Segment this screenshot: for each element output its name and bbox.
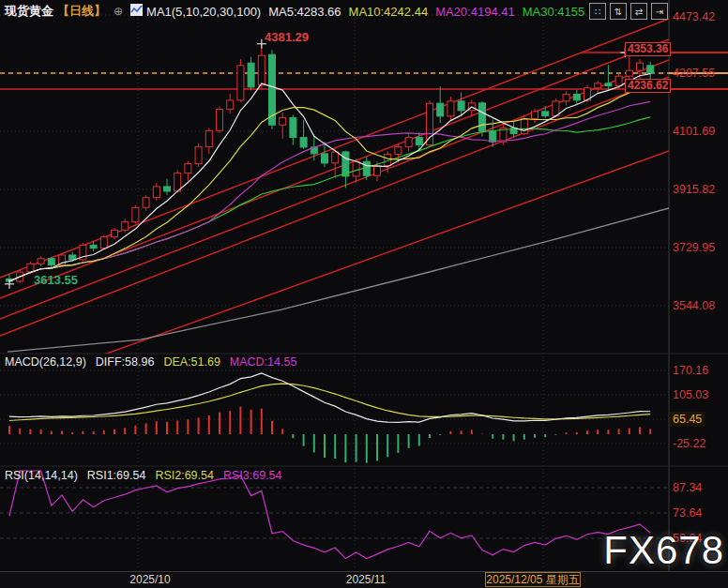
rsi-line (9, 471, 650, 559)
axis-tick-label: 4101.69 (673, 125, 715, 138)
axis-tick-label: 3915.82 (673, 183, 715, 196)
ma5-value: MA5:4283.66 (268, 5, 341, 19)
price-line-label-high[interactable]: 4353.36 (625, 42, 671, 56)
macd-title: MACD(26,12,9) (5, 355, 86, 369)
chart-toolbar: ∷ ⇅ ⇄ ⇥ (589, 3, 668, 20)
price-line-label-support[interactable]: 4236.62 (625, 79, 671, 93)
macd-diff-line (9, 373, 650, 422)
ma100-line (8, 208, 669, 352)
macd-panel-header: MACD(26,12,9) DIFF:58.96 DEA:51.69 MACD:… (5, 355, 296, 369)
axis-tick-label: 87.34 (673, 481, 702, 494)
rsi3-value: RSI3:69.54 (223, 469, 282, 482)
fx678-watermark: FX678 (603, 528, 724, 573)
macd-axis-badge: 65.45 (670, 412, 705, 427)
trend-channel-lines[interactable] (0, 19, 669, 392)
axis-zoom-horizontal-icon[interactable]: ⇄ (630, 3, 647, 20)
time-label-november: 2025/11 (336, 573, 396, 586)
axis-tick-label: 73.64 (673, 506, 702, 520)
add-indicator-icon[interactable]: ⊕ (114, 5, 123, 18)
axis-tick-label: 170.16 (673, 364, 708, 377)
macd-diff-value: DIFF:58.96 (96, 355, 155, 369)
axis-zoom-vertical-icon[interactable]: ⇅ (610, 3, 627, 20)
chart-type-icon[interactable] (130, 4, 143, 19)
chart-window: 4473.424287.554101.693915.823729.953544.… (0, 0, 728, 588)
chart-header: 现货黄金 【日线】 ⊕ MA1(5,10,20,30,100) MA5:4283… (5, 3, 584, 20)
ma20-value: MA20:4194.41 (435, 5, 515, 19)
highest-price-label: 4381.29 (265, 30, 309, 44)
axis-tick-label: 4473.42 (673, 10, 715, 23)
candlesticks[interactable] (7, 44, 654, 284)
symbol-name: 现货黄金 (5, 3, 53, 20)
macd-histogram (9, 407, 650, 463)
axis-tick-label: 105.03 (673, 388, 708, 401)
macd-dea-line (9, 384, 650, 420)
chart-canvas[interactable]: 4473.424287.554101.693915.823729.953544.… (0, 0, 728, 588)
pan-move-icon[interactable]: ∷ (589, 3, 606, 20)
ma10-value: MA10:4242.44 (349, 5, 429, 19)
time-axis[interactable]: 2025/10 2025/11 2025/12/05 星期五 (0, 571, 728, 588)
macd-dea-value: DEA:51.69 (163, 355, 220, 369)
ma30-value: MA30:4155 (523, 5, 585, 19)
rsi-panel-header: RSI(14,14,14) RSI1:69.54 RSI2:69.54 RSI3… (5, 469, 281, 482)
axis-tick-label: 3544.08 (673, 299, 715, 312)
rsi1-value: RSI1:69.54 (87, 469, 146, 482)
rsi-title: RSI(14,14,14) (5, 469, 78, 482)
current-date-label: 2025/12/05 星期五 (485, 572, 581, 587)
ma-settings-label: MA1(5,10,20,30,100) (146, 5, 261, 19)
axis-tick-label: -25.22 (673, 437, 705, 450)
axis-tick-label: 3729.95 (673, 241, 715, 254)
axis-tick-label: 4287.55 (673, 67, 715, 80)
lowest-price-label: 3613.55 (34, 273, 78, 287)
price-axis[interactable]: 4473.424287.554101.693915.823729.953544.… (673, 10, 715, 545)
time-label-october: 2025/10 (120, 573, 180, 586)
rsi2-value: RSI2:69.54 (155, 469, 214, 482)
extreme-cross-markers (5, 39, 629, 289)
period-label: 【日线】 (57, 3, 106, 20)
shift-right-icon[interactable]: ⇥ (651, 3, 668, 20)
macd-hist-value: MACD:14.55 (230, 355, 297, 369)
